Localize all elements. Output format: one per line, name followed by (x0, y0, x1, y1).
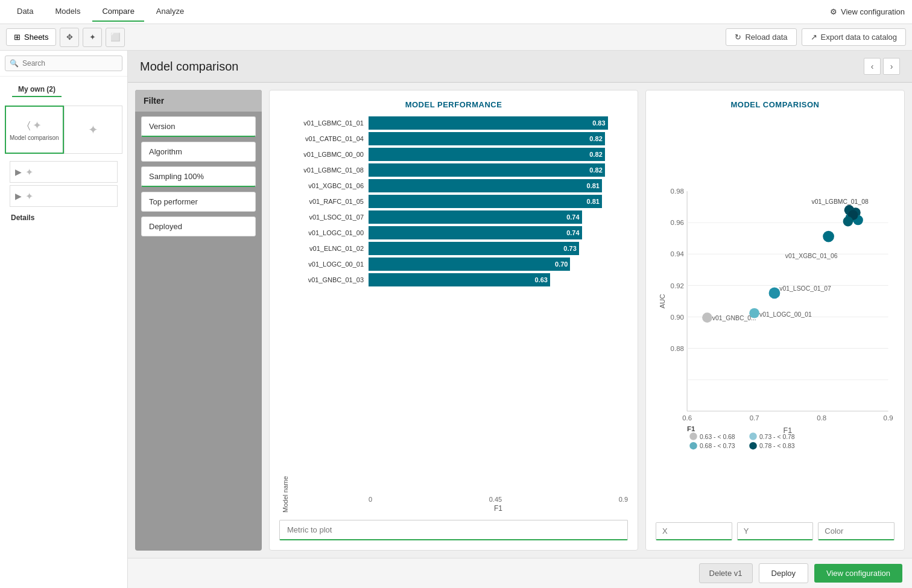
content-header: Model comparison ‹ › (128, 51, 912, 83)
nav-tabs: Data Models Compare Analyze (7, 2, 194, 22)
svg-text:0.68 - < 0.73: 0.68 - < 0.73 (700, 443, 735, 449)
bar-value: 0.82 (589, 135, 602, 142)
bar-fill: 0.73 (369, 242, 579, 255)
bar-row: v01_CATBC_01_040.82 (291, 132, 628, 145)
sheet-model-comparison[interactable]: 〈 ✦ Model comparison (5, 106, 64, 154)
toolbar-icon-btn-1[interactable]: ✥ (60, 28, 79, 47)
bar-track: 0.81 (369, 179, 628, 192)
bar-row: v01_LOGC_01_000.74 (291, 226, 628, 239)
my-own-section: My own (2) (0, 77, 127, 101)
svg-text:v01_GNBC_0...: v01_GNBC_0... (712, 315, 756, 321)
filter-sampling[interactable]: Sampling 100% (141, 166, 256, 187)
tab-compare[interactable]: Compare (92, 2, 144, 22)
scatter-chart-panel: MODEL COMPARISON 0.98 (645, 90, 905, 551)
scatter-point (843, 217, 853, 227)
svg-text:0.90: 0.90 (671, 314, 684, 321)
filter-top-performer[interactable]: Top performer (141, 192, 256, 212)
sheet-star-icon-2: ✦ (88, 122, 98, 137)
color-input[interactable] (818, 522, 895, 540)
reload-data-button[interactable]: ↻ Reload data (726, 28, 796, 46)
svg-text:v01_LGBMC_01_08: v01_LGBMC_01_08 (811, 198, 869, 205)
bar-row: v01_GNBC_01_030.63 (291, 273, 628, 286)
bar-fill: 0.81 (369, 195, 602, 208)
filter-version[interactable]: Version (141, 116, 256, 137)
filter-algorithm[interactable]: Algorithm (141, 142, 256, 162)
bar-label: v01_CATBC_01_04 (291, 135, 364, 142)
sheet-single-2[interactable]: ▶ ✦ (10, 185, 118, 207)
delete-v1-button[interactable]: Delete v1 (699, 563, 753, 583)
page-title: Model comparison (140, 60, 238, 74)
svg-text:0.98: 0.98 (671, 188, 684, 195)
svg-text:AUC: AUC (659, 294, 666, 308)
bar-row: v01_ELNC_01_020.73 (291, 242, 628, 255)
bar-track: 0.74 (369, 210, 628, 224)
svg-point-31 (749, 442, 757, 450)
sheets-button[interactable]: ⊞ Sheets (6, 28, 56, 46)
bar-row: v01_XGBC_01_060.81 (291, 179, 628, 192)
toolbar-icon-btn-2[interactable]: ✦ (83, 28, 102, 47)
x-axis-label: F1 (291, 504, 628, 513)
sheet-star-icon-3: ✦ (25, 166, 33, 178)
svg-text:v01_LSOC_01_07: v01_LSOC_01_07 (779, 285, 831, 292)
bar-fill: 0.74 (369, 210, 582, 224)
filter-deployed[interactable]: Deployed (141, 217, 256, 236)
tab-analyze[interactable]: Analyze (147, 2, 194, 22)
export-catalog-button[interactable]: ↗ Export data to catalog (802, 28, 906, 46)
x-axis-ticks: 0 0.45 0.9 (291, 493, 628, 503)
bar-fill: 0.82 (369, 132, 605, 145)
bar-value: 0.63 (535, 276, 548, 283)
svg-text:0.92: 0.92 (671, 282, 684, 289)
main-layout: 🔍 My own (2) 〈 ✦ Model comparison ✦ ▶ ✦ (0, 51, 912, 588)
sheet-blank-1[interactable]: ✦ (64, 106, 123, 154)
sheet-single-1[interactable]: ▶ ✦ (10, 161, 118, 183)
details-label: Details (11, 213, 34, 222)
sheets-grid: 〈 ✦ Model comparison ✦ (0, 101, 127, 159)
search-icon: 🔍 (10, 59, 19, 68)
bar-chart-panel: MODEL PERFORMANCE Model name v01_LGBMC_0… (269, 90, 638, 551)
grid-icon: ⊞ (14, 33, 21, 42)
axis-inputs (656, 522, 895, 540)
view-config-button[interactable]: ⚙ View configuration (830, 7, 905, 16)
svg-text:0.9: 0.9 (884, 414, 893, 422)
bar-value: 0.70 (555, 261, 568, 268)
view-config-bottom-button[interactable]: View configuration (814, 564, 902, 583)
metric-input-area (279, 520, 628, 540)
bar-fill: 0.82 (369, 148, 605, 161)
bar-value: 0.74 (566, 213, 579, 221)
sheet1-label: Model comparison (10, 134, 59, 141)
svg-point-29 (689, 442, 697, 450)
bar-chart-title: MODEL PERFORMANCE (279, 100, 628, 109)
details-header: Details (5, 209, 122, 224)
tab-models[interactable]: Models (45, 2, 90, 22)
svg-text:v01_LOGC_00_01: v01_LOGC_00_01 (759, 312, 812, 318)
y-axis-input[interactable] (737, 522, 814, 540)
bar-track: 0.70 (369, 258, 628, 271)
bar-label: v01_LGBMC_01_08 (291, 166, 364, 174)
x-axis-input[interactable] (656, 522, 732, 540)
sheet-page-icon: 〈 (27, 120, 30, 131)
svg-text:0.8: 0.8 (817, 414, 826, 422)
x-axis-input-area (656, 522, 732, 540)
bar-row: v01_LSOC_01_070.74 (291, 210, 628, 224)
sheet-star-icon-1: ✦ (33, 119, 42, 132)
bar-track: 0.82 (369, 148, 628, 161)
sidebar: 🔍 My own (2) 〈 ✦ Model comparison ✦ ▶ ✦ (0, 51, 128, 588)
svg-text:v01_XGBC_01_06: v01_XGBC_01_06 (785, 253, 838, 259)
bar-value: 0.73 (563, 245, 576, 252)
top-nav: Data Models Compare Analyze ⚙ View confi… (0, 0, 912, 24)
bar-label: v01_LSOC_01_07 (291, 213, 364, 221)
prev-arrow[interactable]: ‹ (864, 58, 881, 75)
tab-data[interactable]: Data (7, 2, 43, 22)
toolbar-icon-btn-3[interactable]: ⬜ (106, 28, 125, 47)
next-arrow[interactable]: › (883, 58, 900, 75)
bar-label: v01_XGBC_01_06 (291, 182, 364, 189)
content-area: Model comparison ‹ › Filter Version Algo… (128, 51, 912, 588)
svg-text:0.6: 0.6 (682, 414, 692, 422)
sheet-arrow-icon-2: ▶ (15, 191, 22, 201)
svg-text:0.7: 0.7 (750, 414, 759, 422)
bar-row: v01_LOGC_00_010.70 (291, 258, 628, 271)
metric-to-plot-input[interactable] (279, 520, 628, 540)
search-input[interactable] (5, 55, 122, 71)
deploy-button[interactable]: Deploy (759, 563, 808, 583)
bar-track: 0.81 (369, 195, 628, 208)
